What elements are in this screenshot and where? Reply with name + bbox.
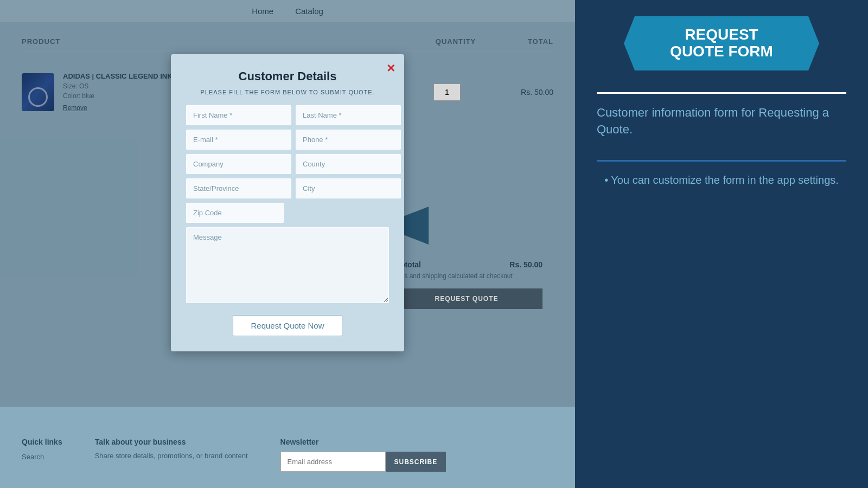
modal-title: Customer Details	[186, 69, 389, 84]
footer-business: Talk about your business Share store det…	[95, 438, 248, 472]
background-page: Home Catalog PRODUCT QUANTITY TOTAL ADID…	[0, 0, 575, 488]
company-county-row	[186, 154, 389, 174]
customer-details-modal: ✕ Customer Details PLEASE FILL THE FORM …	[171, 54, 404, 351]
phone-input[interactable]	[296, 130, 401, 150]
request-quote-banner: REQUEST QUOTE FORM	[635, 16, 808, 70]
county-input[interactable]	[296, 154, 401, 174]
right-sidebar: REQUEST QUOTE FORM Customer information …	[575, 0, 868, 488]
sidebar-description: Customer information form for Requesting…	[597, 105, 846, 138]
sidebar-top-divider	[597, 92, 846, 94]
state-province-input[interactable]	[186, 178, 291, 198]
company-input[interactable]	[186, 154, 291, 174]
email-phone-row	[186, 130, 389, 150]
zip-row	[186, 203, 389, 223]
footer-newsletter: Newsletter SUBSCRIBE	[280, 438, 446, 472]
modal-subtitle: PLEASE FILL THE FORM BELOW TO SUBMIT QUO…	[186, 89, 389, 95]
state-city-row	[186, 178, 389, 198]
footer-search-link[interactable]: Search	[22, 453, 44, 461]
last-name-input[interactable]	[296, 105, 401, 125]
message-textarea[interactable]	[186, 227, 389, 303]
email-input[interactable]	[186, 130, 291, 150]
city-input[interactable]	[296, 178, 401, 198]
first-name-input[interactable]	[186, 105, 291, 125]
submit-quote-button[interactable]: Request Quote Now	[233, 315, 342, 336]
page-footer: Quick links Search Talk about your busin…	[0, 421, 575, 488]
banner-line2: QUOTE FORM	[670, 43, 773, 60]
footer-quick-links: Quick links Search	[22, 438, 62, 472]
footer-quick-links-title: Quick links	[22, 438, 62, 446]
modal-overlay: ✕ Customer Details PLEASE FILL THE FORM …	[0, 0, 575, 407]
footer-business-title: Talk about your business	[95, 438, 248, 446]
footer-grid: Quick links Search Talk about your busin…	[22, 438, 553, 472]
banner-line1: REQUEST	[670, 27, 773, 43]
newsletter-input-row: SUBSCRIBE	[280, 452, 446, 472]
zip-code-input[interactable]	[186, 203, 284, 223]
subscribe-button[interactable]: SUBSCRIBE	[386, 452, 446, 472]
newsletter-email-input[interactable]	[280, 452, 386, 472]
sidebar-tip: • You can customize the form in the app …	[604, 172, 839, 188]
modal-close-button[interactable]: ✕	[386, 62, 395, 75]
footer-business-desc: Share store details, promotions, or bran…	[95, 452, 248, 460]
banner-text: REQUEST QUOTE FORM	[670, 27, 773, 60]
footer-newsletter-title: Newsletter	[280, 438, 446, 446]
name-row	[186, 105, 389, 125]
sidebar-mid-divider	[597, 160, 846, 162]
